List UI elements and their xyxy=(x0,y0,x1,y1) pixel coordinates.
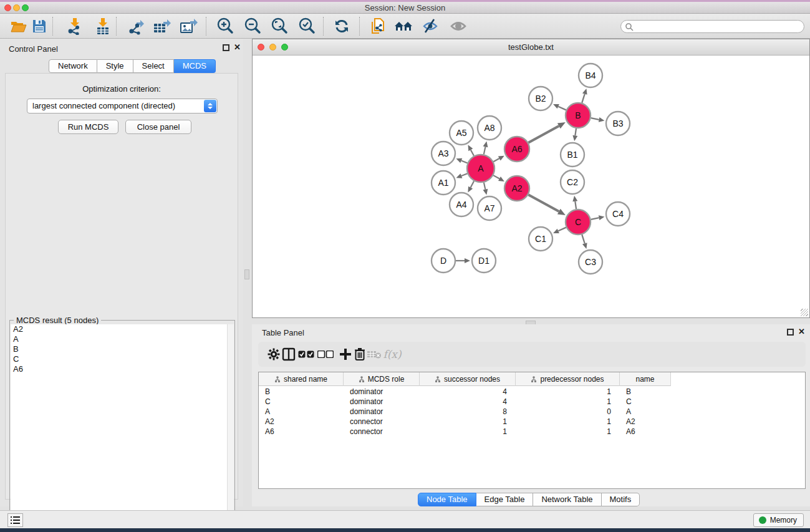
refresh-button[interactable] xyxy=(330,17,353,36)
zoom-window-button[interactable] xyxy=(22,4,29,11)
column-visibility-button[interactable] xyxy=(281,346,297,362)
tab-network[interactable]: Network xyxy=(49,59,97,73)
table-tabs: Node Table Edge Table Network Table Moti… xyxy=(418,493,640,506)
edge-B-B3[interactable] xyxy=(591,118,599,120)
toolbar-separator xyxy=(323,17,324,36)
memory-button[interactable]: Memory xyxy=(753,513,804,527)
maximize-view-button[interactable] xyxy=(281,44,288,51)
table-cell: B xyxy=(265,387,344,397)
mcds-result-item[interactable]: B xyxy=(11,344,228,354)
edge-A-A5[interactable] xyxy=(471,150,474,156)
run-mcds-button[interactable]: Run MCDS xyxy=(58,120,118,134)
edge-A-A8[interactable] xyxy=(484,147,486,154)
settings-gear-icon xyxy=(268,348,280,360)
edge-A-A6[interactable] xyxy=(493,158,499,162)
close-panel-icon[interactable]: ✕ xyxy=(234,42,241,52)
node-table[interactable]: shared nameMCDS rolesuccessor nodesprede… xyxy=(258,372,806,489)
edge-C-C3[interactable] xyxy=(582,235,584,243)
tab-network-table[interactable]: Network Table xyxy=(533,493,601,506)
tab-select[interactable]: Select xyxy=(133,59,174,73)
import-table-button[interactable] xyxy=(92,17,114,36)
search-text[interactable] xyxy=(634,22,796,31)
table-row[interactable]: A2connector11A2 xyxy=(259,417,805,427)
mcds-result-list[interactable]: A2ABCA6 xyxy=(11,324,228,531)
column-header-shared-name[interactable]: shared name xyxy=(259,372,344,386)
column-header-name[interactable]: name xyxy=(620,372,671,386)
mcds-result-item[interactable]: A6 xyxy=(11,364,228,374)
tab-style[interactable]: Style xyxy=(97,59,133,73)
mcds-result-item[interactable]: C xyxy=(11,354,228,364)
column-header-predecessor-nodes[interactable]: predecessor nodes xyxy=(516,372,620,386)
mcds-list-scrollbar[interactable] xyxy=(227,324,234,531)
column-header-successor-nodes[interactable]: successor nodes xyxy=(420,372,516,386)
save-session-button[interactable] xyxy=(28,17,51,36)
edge-A-A2[interactable] xyxy=(493,175,499,178)
table-row[interactable]: Bdominator41B xyxy=(259,387,805,397)
float-table-panel-icon[interactable] xyxy=(787,329,794,336)
home-button[interactable] xyxy=(392,17,415,36)
export-image-button[interactable] xyxy=(178,17,200,36)
function-builder-button[interactable]: f(x) xyxy=(382,346,403,362)
hide-details-button[interactable] xyxy=(419,17,441,36)
edge-C-C1[interactable] xyxy=(558,228,566,231)
tab-node-table[interactable]: Node Table xyxy=(418,493,476,506)
export-network-button[interactable] xyxy=(125,17,147,36)
close-view-button[interactable] xyxy=(258,44,264,51)
task-history-button[interactable] xyxy=(7,513,23,527)
vertical-split-handle[interactable] xyxy=(244,269,249,279)
edge-A2-C[interactable] xyxy=(528,195,559,211)
show-details-button[interactable] xyxy=(447,17,470,36)
edge-A-A7[interactable] xyxy=(484,182,485,189)
search-input[interactable] xyxy=(620,20,804,33)
open-file-button[interactable] xyxy=(7,17,30,36)
select-stepper-icon[interactable] xyxy=(204,100,216,112)
import-network-button[interactable] xyxy=(64,17,86,36)
status-bar: Memory xyxy=(0,510,810,528)
table-cell: 1 xyxy=(516,397,611,407)
mcds-result-item[interactable]: A2 xyxy=(11,324,228,334)
float-panel-icon[interactable] xyxy=(223,44,229,51)
settings-gear-button[interactable] xyxy=(266,346,282,362)
close-panel-button[interactable]: Close panel xyxy=(125,120,191,134)
minimize-window-button[interactable] xyxy=(13,4,20,11)
export-table-button[interactable] xyxy=(151,17,173,36)
zoom-in-button[interactable] xyxy=(214,17,236,36)
clone-network-button[interactable] xyxy=(367,17,389,36)
edge-A-A1[interactable] xyxy=(461,173,468,176)
table-cell: A6 xyxy=(626,427,671,437)
tab-edge-table[interactable]: Edge Table xyxy=(476,493,534,506)
select-all-checks-button[interactable] xyxy=(297,346,316,362)
edge-C-C4[interactable] xyxy=(591,218,599,220)
deselect-all-checks-icon xyxy=(317,351,334,358)
table-row[interactable]: Adominator80A xyxy=(259,407,805,417)
table-row[interactable]: A6connector11A6 xyxy=(259,427,805,437)
mcds-result-item[interactable]: A xyxy=(11,334,228,344)
edge-B-B4[interactable] xyxy=(582,94,584,103)
zoom-out-button[interactable] xyxy=(241,17,264,36)
save-session-icon xyxy=(32,19,47,34)
resize-grip-icon[interactable] xyxy=(801,309,808,316)
network-window-titlebar[interactable]: testGlobe.txt xyxy=(253,39,809,56)
column-header-MCDS-role[interactable]: MCDS role xyxy=(344,372,420,386)
tab-motifs[interactable]: Motifs xyxy=(602,493,640,506)
tab-mcds[interactable]: MCDS xyxy=(174,59,216,73)
table-row[interactable]: Cdominator41C xyxy=(259,397,805,407)
optimization-criterion-select[interactable]: largest connected component (directed) xyxy=(27,99,218,114)
edge-C-C2[interactable] xyxy=(575,201,576,210)
network-canvas[interactable]: B4B2BB3A8A5A6A3B1AC2A1A2A4A7C4CC1DD1C3 xyxy=(253,56,809,317)
minimize-view-button[interactable] xyxy=(269,44,276,51)
memory-status-icon xyxy=(759,516,766,524)
close-table-panel-icon[interactable]: ✕ xyxy=(798,327,805,336)
edge-A-A4[interactable] xyxy=(471,181,475,187)
edge-A6-B[interactable] xyxy=(528,126,559,143)
zoom-selected-button[interactable] xyxy=(296,17,318,36)
zoom-fit-button[interactable] xyxy=(268,17,291,36)
import-network-icon xyxy=(67,17,83,35)
edge-B-B2[interactable] xyxy=(558,107,566,110)
table-cell: connector xyxy=(350,427,420,437)
deselect-all-checks-button[interactable] xyxy=(316,346,335,362)
edge-B-B1[interactable] xyxy=(575,128,576,136)
edge-A-A3[interactable] xyxy=(461,161,468,163)
delete-table-button[interactable] xyxy=(366,346,382,362)
close-window-button[interactable] xyxy=(4,4,11,11)
